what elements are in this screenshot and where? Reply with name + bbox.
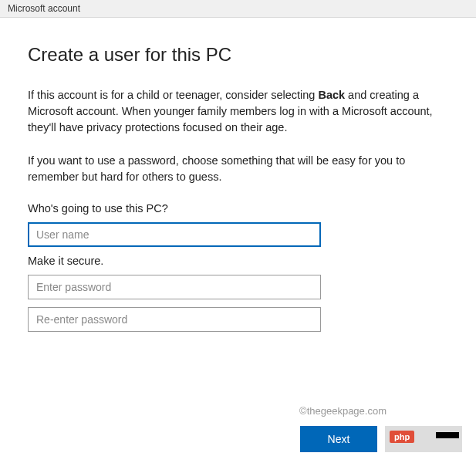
secondary-button[interactable]: php (385, 426, 462, 452)
intro-1-bold: Back (318, 89, 345, 101)
window-title: Microsoft account (8, 3, 80, 14)
window-titlebar: Microsoft account (0, 0, 476, 18)
username-input[interactable] (28, 222, 321, 247)
intro-1-pre: If this account is for a child or teenag… (28, 89, 318, 101)
footer-buttons: Next php (300, 426, 462, 452)
watermark-text: ©thegeekpage.com (299, 405, 387, 417)
password-section-label: Make it secure. (28, 255, 448, 267)
next-button[interactable]: Next (300, 426, 377, 452)
password-confirm-input[interactable] (28, 307, 321, 332)
intro-paragraph-2: If you want to use a password, choose so… (28, 153, 448, 185)
page-heading: Create a user for this PC (28, 44, 448, 66)
main-content: Create a user for this PC If this accoun… (0, 18, 476, 332)
php-badge: php (390, 431, 414, 443)
intro-paragraph-1: If this account is for a child or teenag… (28, 87, 448, 136)
password-input[interactable] (28, 275, 321, 299)
redacted-strip (436, 432, 459, 438)
username-label: Who's going to use this PC? (28, 202, 448, 215)
